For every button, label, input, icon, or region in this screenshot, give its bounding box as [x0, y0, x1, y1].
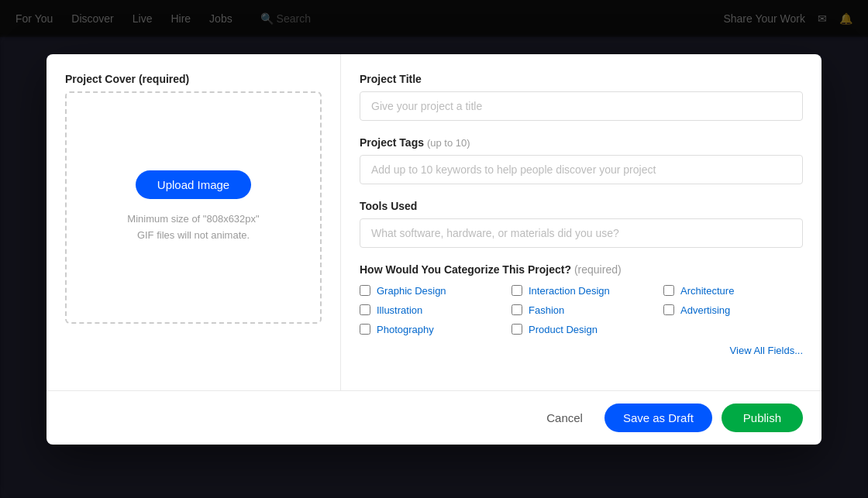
tags-input[interactable]: [360, 155, 803, 184]
modal-footer: Cancel Save as Draft Publish: [46, 390, 822, 445]
checkbox-product-design[interactable]: [512, 324, 522, 335]
checkbox-fashion[interactable]: [512, 304, 522, 315]
checkbox-advertising[interactable]: [663, 304, 674, 315]
category-photography[interactable]: Photography: [360, 324, 499, 335]
title-label: Project Title: [360, 73, 803, 85]
checkbox-interaction-design[interactable]: [512, 285, 522, 296]
view-all-fields[interactable]: View All Fields...: [360, 345, 803, 356]
category-graphic-design[interactable]: Graphic Design: [360, 285, 499, 297]
checkbox-architecture[interactable]: [663, 285, 674, 296]
title-input[interactable]: [360, 91, 803, 121]
category-architecture[interactable]: Architecture: [663, 285, 803, 297]
upload-area: Upload Image Minimum size of "808x632px"…: [65, 91, 322, 324]
tools-label: Tools Used: [360, 200, 803, 212]
save-as-draft-button[interactable]: Save as Draft: [604, 404, 712, 432]
category-product-design[interactable]: Product Design: [512, 324, 651, 335]
checkbox-photography[interactable]: [360, 324, 370, 335]
modal-overlay: Project Cover (required) Upload Image Mi…: [0, 0, 868, 498]
tags-field-group: Project Tags (up to 10): [360, 136, 803, 184]
upload-hint: Minimum size of "808x632px" GIF files wi…: [127, 211, 259, 244]
modal-body: Project Cover (required) Upload Image Mi…: [46, 54, 822, 390]
upload-hint-line1: Minimum size of "808x632px": [127, 211, 259, 228]
project-cover-label: Project Cover (required): [65, 73, 322, 85]
upload-image-button[interactable]: Upload Image: [136, 170, 251, 199]
category-grid: Graphic Design Interaction Design Archit…: [360, 285, 803, 335]
tools-input[interactable]: [360, 218, 803, 248]
tools-field-group: Tools Used: [360, 200, 803, 248]
right-panel: Project Title Project Tags (up to 10) To…: [341, 54, 822, 390]
left-panel: Project Cover (required) Upload Image Mi…: [46, 54, 341, 390]
cancel-button[interactable]: Cancel: [534, 405, 595, 431]
categorize-label: How Would You Categorize This Project? (…: [360, 263, 803, 276]
category-illustration[interactable]: Illustration: [360, 304, 499, 316]
tags-label: Project Tags (up to 10): [360, 136, 803, 149]
publish-modal: Project Cover (required) Upload Image Mi…: [46, 54, 822, 445]
checkbox-illustration[interactable]: [360, 304, 370, 315]
category-fashion[interactable]: Fashion: [512, 304, 651, 316]
checkbox-graphic-design[interactable]: [360, 285, 370, 296]
upload-hint-line2: GIF files will not animate.: [127, 228, 259, 244]
category-advertising[interactable]: Advertising: [663, 304, 803, 316]
category-interaction-design[interactable]: Interaction Design: [512, 285, 651, 297]
publish-button[interactable]: Publish: [722, 404, 803, 432]
categorize-group: How Would You Categorize This Project? (…: [360, 263, 803, 356]
title-field-group: Project Title: [360, 73, 803, 121]
